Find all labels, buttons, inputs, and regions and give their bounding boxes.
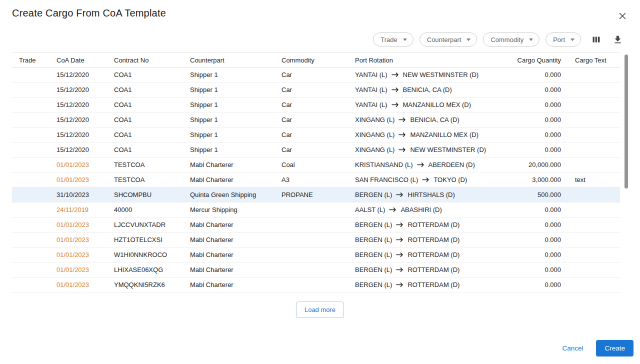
cell-coa-date: 01/01/2023 [50,232,107,248]
cell-contract-no: TESTCOA [107,158,183,172]
filter-chip-trade[interactable]: Trade [373,32,413,46]
cell-port-rotation: BERGEN (L)ROTTERDAM (D) [348,218,507,232]
table-row[interactable]: 15/12/2020COA1Shipper 1CarXINGANG (L)NEW… [12,142,620,158]
table-row[interactable]: 24/11/201940000Mercur ShippingAALST (L)A… [12,202,620,218]
cell-trade [12,128,50,142]
scrollbar-thumb[interactable] [624,54,628,188]
columns-button[interactable] [590,34,602,46]
column-header[interactable]: Port Rotation [348,53,507,68]
table-row[interactable]: 15/12/2020COA1Shipper 1CarXINGANG (L)BEN… [12,112,620,128]
cell-port-rotation: KRISTIANSAND (L)ABERDEEN (D) [348,158,507,172]
column-header[interactable]: Contract No [107,53,183,68]
cell-cargo-text [568,278,620,292]
table-row[interactable]: 01/01/2023YMQQKNI5RZK6Mabl ChartererBERG… [12,278,620,292]
load-more-row: Load more [0,292,640,325]
cell-port-rotation: SAN FRANCISCO (L)TOKYO (D) [348,172,507,188]
table-row[interactable]: 15/12/2020COA1Shipper 1CarXINGANG (L)MAN… [12,128,620,142]
port-load: BERGEN (L) [355,191,392,198]
filter-chip-label: Counterpart [427,36,462,44]
cell-commodity: Car [274,98,348,112]
cell-counterpart: Shipper 1 [183,112,274,128]
cell-counterpart: Quinta Green Shipping [183,188,274,202]
cell-trade [12,278,50,292]
column-header[interactable]: Commodity [274,53,348,68]
close-button[interactable] [614,8,631,24]
cell-cargo-quantity: 0.000 [507,112,568,128]
port-load: SAN FRANCISCO (L) [355,176,418,184]
cell-coa-date: 15/12/2020 [50,82,107,98]
download-button[interactable] [612,34,624,46]
cell-counterpart: Shipper 1 [183,68,274,82]
cancel-button[interactable]: Cancel [555,340,590,356]
chevron-down-icon [570,38,574,41]
cell-commodity: Car [274,142,348,158]
cell-coa-date: 15/12/2020 [50,98,107,112]
cell-commodity [274,278,348,292]
arrow-right-icon [398,147,406,152]
cell-trade [12,232,50,248]
cell-coa-date: 24/11/2019 [50,202,107,218]
cell-counterpart: Shipper 1 [183,82,274,98]
table-row[interactable]: 01/01/2023LHIXASE06XQGMabl ChartererBERG… [12,262,620,278]
cell-commodity [274,248,348,262]
cell-cargo-quantity: 0.000 [507,142,568,158]
cell-coa-date: 01/01/2023 [50,278,107,292]
table-row[interactable]: 31/10/2023SHCOMPBUQuinta Green ShippingP… [12,188,620,202]
cell-cargo-quantity: 0.000 [507,262,568,278]
cell-contract-no: SHCOMPBU [107,188,183,202]
table-row[interactable]: 01/01/2023HZT1OTELCXSIMabl ChartererBERG… [12,232,620,248]
table-row[interactable]: 01/01/2023W1HI0NNKROCOMabl ChartererBERG… [12,248,620,262]
cell-contract-no: COA1 [107,82,183,98]
columns-icon [591,34,602,45]
port-load: BERGEN (L) [355,236,392,244]
filter-chip-port[interactable]: Port [546,32,581,46]
arrow-right-icon [392,102,399,108]
table-row[interactable]: 15/12/2020COA1Shipper 1CarYANTAI (L)NEW … [12,68,620,82]
create-cargo-dialog: Create Cargo From CoA Template Trade Cou… [0,0,640,364]
cell-cargo-quantity: 3,000.000 [507,172,568,188]
column-header[interactable]: CoA Date [50,53,107,68]
filter-chip-counterpart[interactable]: Counterpart [420,32,478,46]
column-header[interactable]: Trade [12,53,50,68]
cell-port-rotation: XINGANG (L)MANZANILLO MEX (D) [348,128,507,142]
cell-cargo-text [568,218,620,232]
table-row[interactable]: 01/01/2023LJCCVUNXTADRMabl ChartererBERG… [12,218,620,232]
cell-port-rotation: BERGEN (L)ROTTERDAM (D) [348,248,507,262]
load-more-button[interactable]: Load more [296,302,344,318]
column-header[interactable]: Counterpart [183,53,274,68]
port-load: AALST (L) [355,206,385,214]
table-body: 15/12/2020COA1Shipper 1CarYANTAI (L)NEW … [12,68,620,292]
filter-chip-commodity[interactable]: Commodity [483,32,540,46]
table-row[interactable]: 15/12/2020COA1Shipper 1CarYANTAI (L)MANZ… [12,98,620,112]
table-row[interactable]: 01/01/2023TESTCOAMabl ChartererCoalKRIST… [12,158,620,172]
dialog-footer: Cancel Create [0,340,640,364]
table-row[interactable]: 15/12/2020COA1Shipper 1CarYANTAI (L)BENI… [12,82,620,98]
port-discharge: BENICIA, CA (D) [403,86,452,94]
column-header[interactable]: Cargo Text [568,53,620,68]
cell-contract-no: COA1 [107,128,183,142]
table-row[interactable]: 01/01/2023TESTCOAMabl ChartererA3SAN FRA… [12,172,620,188]
cell-commodity: Coal [274,158,348,172]
port-discharge: ROTTERDAM (D) [408,281,460,288]
cell-contract-no: TESTCOA [107,172,183,188]
cell-trade [12,158,50,172]
cell-cargo-quantity: 0.000 [507,248,568,262]
cell-commodity [274,262,348,278]
cell-coa-date: 01/01/2023 [50,262,107,278]
filter-chip-label: Trade [380,36,397,44]
column-header[interactable]: Cargo Quantity [507,53,568,68]
cell-port-rotation: YANTAI (L)MANZANILLO MEX (D) [348,98,507,112]
cell-cargo-quantity: 0.000 [507,278,568,292]
port-load: BERGEN (L) [355,251,392,258]
port-discharge: MANZANILLO MEX (D) [410,131,478,138]
cell-port-rotation: YANTAI (L)BENICIA, CA (D) [348,82,507,98]
create-button[interactable]: Create [596,340,634,356]
cell-cargo-quantity: 20,000.000 [507,158,568,172]
table-scrollbar[interactable] [624,52,628,292]
cell-commodity [274,202,348,218]
arrow-right-icon [422,177,430,182]
cell-cargo-text [568,68,620,82]
port-load: XINGANG (L) [355,116,394,124]
arrow-right-icon [396,237,404,242]
cell-commodity [274,232,348,248]
